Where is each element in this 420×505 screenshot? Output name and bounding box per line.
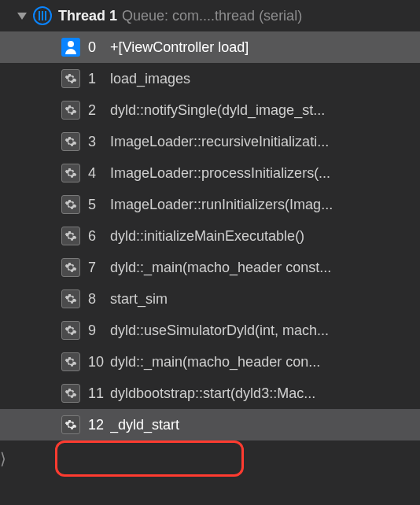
stack-frame-row[interactable]: 0 +[ViewController load] [0,31,420,63]
gear-icon [61,132,80,151]
frame-label: ImageLoader::recursiveInitializati... [110,134,329,150]
stack-frame-row[interactable]: 10 dyld::_main(macho_header con... [0,346,420,378]
stack-frame-row[interactable]: 6 dyld::initializeMainExecutable() [0,220,420,252]
gear-icon [61,69,80,88]
frame-index: 8 [88,291,104,308]
gear-icon [61,258,80,277]
thread-header[interactable]: Thread 1 Queue: com....thread (serial) [0,0,420,31]
stack-frame-row[interactable]: 8 start_sim [0,283,420,315]
frame-label: dyldbootstrap::start(dyld3::Mac... [110,385,315,402]
gear-icon [61,164,80,182]
frame-index: 12 [88,417,104,433]
gear-icon [61,384,80,403]
user-code-icon [61,38,80,57]
frame-index: 7 [88,260,104,276]
stack-frame-row[interactable]: 11 dyldbootstrap::start(dyld3::Mac... [0,378,420,409]
thread-icon [33,6,52,25]
stack-frame-row[interactable]: 2 dyld::notifySingle(dyld_image_st... [0,94,420,126]
frame-index: 2 [88,102,104,119]
frame-label: start_sim [110,291,168,308]
frame-label: +[ViewController load] [110,39,249,56]
stack-frame-row[interactable]: 7 dyld::_main(macho_header const... [0,252,420,283]
frame-index: 11 [88,385,104,402]
stack-frame-row[interactable]: 1 load_images [0,63,420,94]
disclosure-triangle-icon[interactable] [17,13,27,20]
frame-label: load_images [110,71,190,87]
frame-index: 3 [88,134,104,150]
thread-title: Thread 1 [58,8,117,24]
stack-frame-row[interactable]: 5 ImageLoader::runInitializers(Imag... [0,189,420,220]
stack-frame-row[interactable]: 3 ImageLoader::recursiveInitializati... [0,126,420,157]
frame-index: 1 [88,71,104,87]
frame-index: 9 [88,323,104,339]
frame-label: ImageLoader::runInitializers(Imag... [110,197,333,213]
stack-frame-row[interactable]: 12 _dyld_start [0,409,420,440]
frame-index: 4 [88,165,104,182]
frame-label: dyld::initializeMainExecutable() [110,228,304,245]
gear-icon [61,321,80,340]
gear-icon [61,289,80,308]
stack-frame-row[interactable]: 9 dyld::useSimulatorDyld(int, mach... [0,315,420,346]
frame-label: dyld::_main(macho_header const... [110,260,331,276]
frame-label: dyld::useSimulatorDyld(int, mach... [110,323,329,339]
frame-label: _dyld_start [110,417,179,433]
gear-icon [61,352,80,371]
stack-frame-row[interactable]: 4 ImageLoader::processInitializers(... [0,157,420,189]
annotation-highlight-box [55,440,244,477]
frame-index: 5 [88,197,104,213]
frame-label: dyld::_main(macho_header con... [110,354,320,370]
left-margin-indicator: ⟩ [0,450,9,467]
gear-icon [61,227,80,245]
frame-index: 10 [88,354,104,370]
gear-icon [61,415,80,434]
frame-label: ImageLoader::processInitializers(... [110,165,330,182]
frame-index: 0 [88,39,104,56]
gear-icon [61,195,80,214]
thread-subtitle: Queue: com....thread (serial) [122,8,302,24]
frame-label: dyld::notifySingle(dyld_image_st... [110,102,325,119]
gear-icon [61,101,80,120]
frame-index: 6 [88,228,104,245]
